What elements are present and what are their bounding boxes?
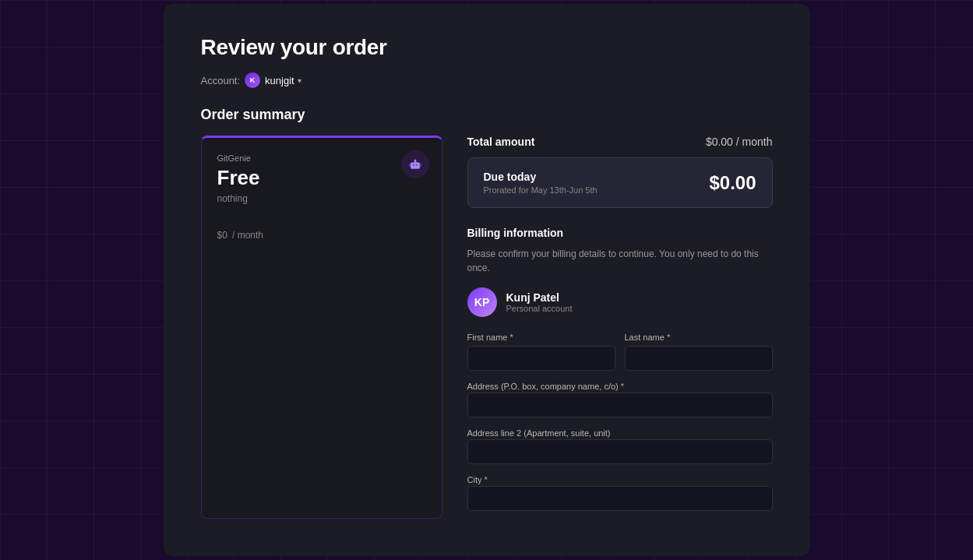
city-field: City * xyxy=(467,472,773,511)
last-name-label: Last name * xyxy=(625,333,773,342)
total-amount-row: Total amount $0.00 / month xyxy=(467,136,773,148)
address-input[interactable] xyxy=(467,393,773,417)
due-today-left: Due today Prorated for May 13th-Jun 5th xyxy=(484,171,598,195)
due-today-sublabel: Prorated for May 13th-Jun 5th xyxy=(484,185,598,195)
svg-point-4 xyxy=(414,160,416,162)
due-today-amount: $0.00 xyxy=(709,172,756,194)
city-input[interactable] xyxy=(467,486,773,511)
user-info-row: KP Kunj Patel Personal account xyxy=(467,287,773,317)
address2-field: Address line 2 (Apartment, suite, unit) xyxy=(467,425,773,464)
total-amount-value: $0.00 / month xyxy=(706,136,773,148)
svg-rect-0 xyxy=(411,163,420,169)
plan-description: nothing xyxy=(217,193,426,204)
user-account-type: Personal account xyxy=(506,304,573,313)
user-name: Kunj Patel xyxy=(506,291,573,304)
first-name-input[interactable] xyxy=(467,346,615,371)
first-name-label: First name * xyxy=(467,333,615,342)
plan-card: GitGenie Free nothing $0 / month xyxy=(201,136,442,519)
last-name-input[interactable] xyxy=(625,346,773,371)
total-amount-label: Total amount xyxy=(467,136,535,148)
account-row: Account: K kunjgit ▾ xyxy=(201,72,773,88)
account-avatar: K xyxy=(245,72,260,88)
city-label: City * xyxy=(467,475,488,484)
address2-label: Address line 2 (Apartment, suite, unit) xyxy=(467,428,611,438)
billing-info-title: Billing information xyxy=(467,227,773,239)
first-name-field: First name * xyxy=(467,333,615,371)
plan-name: Free xyxy=(217,166,426,190)
account-label: Account: xyxy=(201,75,241,86)
due-today-label: Due today xyxy=(484,171,598,183)
page-title: Review your order xyxy=(201,35,773,60)
svg-rect-2 xyxy=(415,164,417,166)
svg-rect-1 xyxy=(413,164,414,166)
due-today-card: Due today Prorated for May 13th-Jun 5th … xyxy=(467,157,773,208)
plan-price: $0 / month xyxy=(217,223,426,243)
order-review-modal: Review your order Account: K kunjgit ▾ O… xyxy=(164,4,810,556)
billing-column: Total amount $0.00 / month Due today Pro… xyxy=(467,136,773,519)
name-fields-row: First name * Last name * xyxy=(467,333,773,371)
order-summary-title: Order summary xyxy=(201,107,773,123)
address-label: Address (P.O. box, company name, c/o) * xyxy=(467,382,625,391)
billing-info-description: Please confirm your billing details to c… xyxy=(467,247,773,275)
address-field: Address (P.O. box, company name, c/o) * xyxy=(467,379,773,417)
last-name-field: Last name * xyxy=(625,333,773,371)
address2-input[interactable] xyxy=(467,439,773,464)
svg-rect-5 xyxy=(409,164,411,167)
svg-rect-6 xyxy=(419,164,421,167)
chevron-down-icon: ▾ xyxy=(298,76,301,85)
content-grid: GitGenie Free nothing $0 / month xyxy=(201,136,773,519)
account-selector[interactable]: kunjgit ▾ xyxy=(265,75,301,86)
plan-product-name: GitGenie xyxy=(217,153,426,163)
user-avatar: KP xyxy=(467,287,497,317)
plan-icon xyxy=(401,150,429,178)
user-details: Kunj Patel Personal account xyxy=(506,291,573,313)
